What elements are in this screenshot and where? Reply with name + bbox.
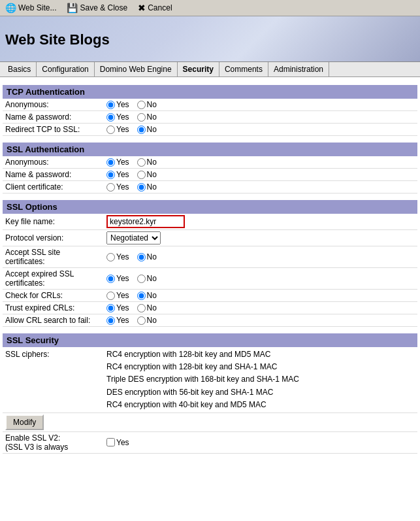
check-crls-yes-radio[interactable] bbox=[106, 292, 115, 300]
tcp-anon-yes-radio[interactable] bbox=[106, 101, 115, 109]
enable-ssl-v2-checkbox-label[interactable]: Yes bbox=[106, 438, 410, 447]
table-row: Accept SSL sitecertificates: Yes No bbox=[3, 246, 417, 268]
tcp-redirect-yes-radio[interactable] bbox=[106, 126, 115, 134]
accept-ssl-site-yes-label[interactable]: Yes bbox=[106, 252, 129, 261]
cancel-button[interactable]: ✖ Cancel bbox=[138, 3, 172, 13]
enable-ssl-v2-checkbox[interactable] bbox=[106, 438, 115, 446]
ssl-namepwd-radio-group: Yes No bbox=[106, 170, 415, 179]
web-site-label: Web Site... bbox=[18, 3, 56, 12]
tcp-namepwd-yes-label[interactable]: Yes bbox=[106, 112, 129, 122]
ssl-namepwd-yes-label[interactable]: Yes bbox=[106, 170, 129, 179]
cancel-label: Cancel bbox=[148, 3, 172, 12]
ssl-anon-label: Anonymous: bbox=[3, 156, 104, 169]
ssl-namepwd-yes-radio[interactable] bbox=[106, 171, 115, 179]
accept-expired-ssl-no-radio[interactable] bbox=[137, 275, 146, 283]
table-row: Accept expired SSLcertificates: Yes No bbox=[3, 268, 417, 290]
tcp-namepwd-yes-radio[interactable] bbox=[106, 113, 115, 122]
toolbar: 🌐 Web Site... 💾 Save & Close ✖ Cancel bbox=[0, 0, 420, 16]
tab-security[interactable]: Security bbox=[178, 62, 219, 76]
trust-expired-crls-no-radio[interactable] bbox=[137, 304, 146, 312]
ssl-namepwd-no-label[interactable]: No bbox=[137, 170, 157, 179]
check-crls-yes-label[interactable]: Yes bbox=[106, 291, 129, 300]
key-file-input[interactable] bbox=[106, 215, 185, 228]
tcp-anon-yes-label[interactable]: Yes bbox=[106, 100, 129, 109]
ssl-options-table: Key file name: Protocol version: Negotia… bbox=[3, 214, 417, 327]
allow-crl-search-no-label[interactable]: No bbox=[137, 316, 157, 325]
trust-expired-crls-no-label[interactable]: No bbox=[137, 303, 157, 312]
accept-expired-ssl-yes-label[interactable]: Yes bbox=[106, 274, 129, 283]
ssl-anon-yes-label[interactable]: Yes bbox=[106, 158, 129, 167]
main-content: TCP Authentication Anonymous: Yes No Nam… bbox=[0, 77, 420, 456]
check-crls-radio-group: Yes No bbox=[106, 291, 415, 300]
save-close-label: Save & Close bbox=[80, 3, 127, 12]
cipher-item: Triple DES encryption with 168-bit key a… bbox=[106, 373, 415, 386]
banner: Web Site Blogs bbox=[0, 16, 420, 62]
protocol-label: Protocol version: bbox=[3, 230, 104, 246]
ssl-clientcert-label: Client certificate: bbox=[3, 181, 104, 193]
table-row: Name & password: Yes No bbox=[3, 111, 417, 124]
trust-expired-crls-radio-group: Yes No bbox=[106, 303, 415, 312]
ssl-anon-no-label[interactable]: No bbox=[137, 158, 157, 167]
allow-crl-search-no-radio[interactable] bbox=[137, 316, 146, 325]
cipher-item: RC4 encryption with 128-bit key and SHA-… bbox=[106, 361, 415, 373]
table-row: Redirect TCP to SSL: Yes No bbox=[3, 124, 417, 136]
globe-icon: 🌐 bbox=[5, 3, 16, 13]
ssl-options-header: SSL Options bbox=[3, 200, 417, 214]
ssl-anon-no-radio[interactable] bbox=[137, 158, 146, 167]
cipher-item: RC4 encryption with 128-bit key and MD5 … bbox=[106, 348, 415, 361]
key-file-label: Key file name: bbox=[3, 214, 104, 230]
web-site-button[interactable]: 🌐 Web Site... bbox=[5, 3, 56, 13]
tcp-namepwd-no-radio[interactable] bbox=[137, 113, 146, 122]
check-crls-label: Check for CRLs: bbox=[3, 290, 104, 302]
tcp-namepwd-radio-group: Yes No bbox=[106, 112, 415, 122]
accept-expired-ssl-no-label[interactable]: No bbox=[137, 274, 157, 283]
tcp-redirect-no-radio[interactable] bbox=[137, 126, 146, 134]
tcp-redirect-no-label[interactable]: No bbox=[137, 125, 157, 134]
table-row: Anonymous: Yes No bbox=[3, 99, 417, 111]
ssl-namepwd-no-radio[interactable] bbox=[137, 171, 146, 179]
tab-comments[interactable]: Comments bbox=[219, 62, 268, 76]
tcp-anon-label: Anonymous: bbox=[3, 99, 104, 111]
ssl-clientcert-no-label[interactable]: No bbox=[137, 182, 157, 192]
table-row: Key file name: bbox=[3, 214, 417, 230]
check-crls-no-radio[interactable] bbox=[137, 292, 146, 300]
accept-expired-ssl-label: Accept expired SSLcertificates: bbox=[3, 268, 104, 290]
ssl-clientcert-yes-label[interactable]: Yes bbox=[106, 182, 129, 192]
accept-expired-ssl-yes-radio[interactable] bbox=[106, 275, 115, 283]
tcp-redirect-radio-group: Yes No bbox=[106, 125, 415, 134]
trust-expired-crls-yes-radio[interactable] bbox=[106, 304, 115, 312]
accept-expired-ssl-radio-group: Yes No bbox=[106, 274, 415, 283]
tcp-redirect-yes-label[interactable]: Yes bbox=[106, 125, 129, 134]
ssl-clientcert-yes-radio[interactable] bbox=[106, 183, 115, 192]
tab-domino-web-engine[interactable]: Domino Web Engine bbox=[95, 62, 178, 76]
ssl-ciphers-row: SSL ciphers: RC4 encryption with 128-bit… bbox=[3, 347, 417, 412]
tab-configuration[interactable]: Configuration bbox=[37, 62, 94, 76]
ssl-security-table: SSL ciphers: RC4 encryption with 128-bit… bbox=[3, 347, 417, 454]
check-crls-no-label[interactable]: No bbox=[137, 291, 157, 300]
trust-expired-crls-yes-label[interactable]: Yes bbox=[106, 303, 129, 312]
ssl-anon-yes-radio[interactable] bbox=[106, 158, 115, 167]
accept-ssl-site-no-label[interactable]: No bbox=[137, 252, 157, 261]
accept-ssl-site-yes-radio[interactable] bbox=[106, 253, 115, 261]
allow-crl-search-yes-label[interactable]: Yes bbox=[106, 316, 129, 325]
tab-administration[interactable]: Administration bbox=[268, 62, 329, 76]
ssl-clientcert-no-radio[interactable] bbox=[137, 183, 146, 192]
table-row: Check for CRLs: Yes No bbox=[3, 290, 417, 302]
tcp-namepwd-no-label[interactable]: No bbox=[137, 112, 157, 122]
table-row: Name & password: Yes No bbox=[3, 169, 417, 181]
tcp-anon-no-radio[interactable] bbox=[137, 101, 146, 109]
allow-crl-search-yes-radio[interactable] bbox=[106, 316, 115, 325]
accept-ssl-site-no-radio[interactable] bbox=[137, 253, 146, 261]
modify-button[interactable]: Modify bbox=[5, 414, 44, 430]
ssl-security-header: SSL Security bbox=[3, 333, 417, 347]
trust-expired-crls-label: Trust expired CRLs: bbox=[3, 302, 104, 314]
ssl-clientcert-radio-group: Yes No bbox=[106, 182, 415, 192]
table-row: Modify bbox=[3, 412, 417, 431]
tcp-anon-no-label[interactable]: No bbox=[137, 100, 157, 109]
cipher-item: DES encryption with 56-bit key and SHA-1… bbox=[106, 386, 415, 399]
ssl-auth-table: Anonymous: Yes No Name & password: Yes N… bbox=[3, 156, 417, 193]
tab-basics[interactable]: Basics bbox=[3, 62, 37, 76]
protocol-select[interactable]: Negotiated V2 only V3 only bbox=[106, 231, 161, 244]
save-close-button[interactable]: 💾 Save & Close bbox=[67, 3, 127, 13]
tabs-bar: Basics Configuration Domino Web Engine S… bbox=[0, 62, 420, 77]
